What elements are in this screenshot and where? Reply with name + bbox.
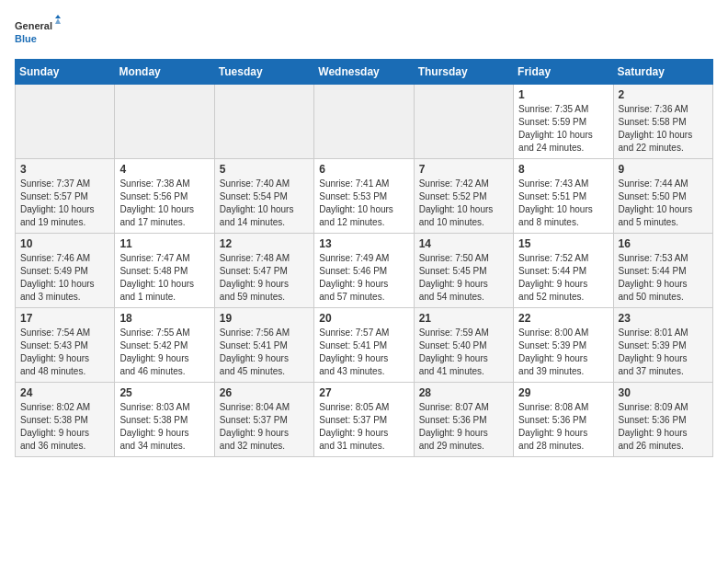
day-info: Sunrise: 7:35 AM Sunset: 5:59 PM Dayligh… (518, 103, 608, 155)
logo-svg: General Blue (15, 15, 61, 52)
day-number: 29 (518, 386, 608, 399)
day-info: Sunrise: 7:37 AM Sunset: 5:57 PM Dayligh… (20, 178, 109, 229)
calendar-cell (414, 85, 513, 159)
calendar-cell: 10Sunrise: 7:46 AM Sunset: 5:49 PM Dayli… (16, 234, 115, 308)
day-info: Sunrise: 8:04 AM Sunset: 5:37 PM Dayligh… (220, 401, 309, 453)
calendar-week-row: 10Sunrise: 7:46 AM Sunset: 5:49 PM Dayli… (16, 234, 713, 308)
day-number: 30 (619, 386, 708, 399)
calendar-cell: 9Sunrise: 7:44 AM Sunset: 5:50 PM Daylig… (613, 159, 712, 234)
day-info: Sunrise: 8:02 AM Sunset: 5:38 PM Dayligh… (20, 401, 109, 453)
day-number: 18 (119, 312, 209, 325)
calendar-cell: 25Sunrise: 8:03 AM Sunset: 5:38 PM Dayli… (115, 383, 214, 457)
day-number: 14 (419, 237, 508, 250)
calendar-week-row: 3Sunrise: 7:37 AM Sunset: 5:57 PM Daylig… (16, 159, 713, 234)
calendar-cell: 24Sunrise: 8:02 AM Sunset: 5:38 PM Dayli… (16, 383, 115, 457)
calendar-cell: 22Sunrise: 8:00 AM Sunset: 5:39 PM Dayli… (514, 308, 613, 383)
weekday-header: Sunday (16, 60, 115, 85)
day-info: Sunrise: 7:36 AM Sunset: 5:58 PM Dayligh… (619, 103, 708, 155)
calendar-cell: 18Sunrise: 7:55 AM Sunset: 5:42 PM Dayli… (115, 308, 214, 383)
day-number: 11 (119, 237, 209, 250)
day-number: 27 (319, 386, 408, 399)
day-number: 4 (119, 163, 209, 176)
day-info: Sunrise: 7:56 AM Sunset: 5:41 PM Dayligh… (220, 327, 309, 378)
calendar-cell (314, 85, 414, 159)
calendar-cell: 26Sunrise: 8:04 AM Sunset: 5:37 PM Dayli… (214, 383, 313, 457)
day-info: Sunrise: 7:38 AM Sunset: 5:56 PM Dayligh… (119, 178, 209, 229)
svg-text:General: General (15, 20, 52, 31)
calendar-cell: 15Sunrise: 7:52 AM Sunset: 5:44 PM Dayli… (514, 234, 613, 308)
calendar-table: SundayMondayTuesdayWednesdayThursdayFrid… (15, 59, 713, 457)
calendar-cell: 6Sunrise: 7:41 AM Sunset: 5:53 PM Daylig… (314, 159, 414, 234)
day-info: Sunrise: 7:43 AM Sunset: 5:51 PM Dayligh… (518, 178, 608, 229)
day-info: Sunrise: 8:01 AM Sunset: 5:39 PM Dayligh… (619, 327, 708, 378)
day-info: Sunrise: 8:07 AM Sunset: 5:36 PM Dayligh… (419, 401, 508, 453)
calendar-cell: 19Sunrise: 7:56 AM Sunset: 5:41 PM Dayli… (214, 308, 313, 383)
calendar-cell: 21Sunrise: 7:59 AM Sunset: 5:40 PM Dayli… (414, 308, 513, 383)
day-info: Sunrise: 7:57 AM Sunset: 5:41 PM Dayligh… (319, 327, 408, 378)
calendar-cell: 7Sunrise: 7:42 AM Sunset: 5:52 PM Daylig… (414, 159, 513, 234)
day-info: Sunrise: 8:09 AM Sunset: 5:36 PM Dayligh… (619, 401, 708, 453)
day-number: 1 (518, 88, 608, 101)
weekday-header: Tuesday (214, 60, 313, 85)
calendar-cell: 23Sunrise: 8:01 AM Sunset: 5:39 PM Dayli… (613, 308, 712, 383)
day-info: Sunrise: 8:00 AM Sunset: 5:39 PM Dayligh… (518, 327, 608, 378)
calendar-cell: 3Sunrise: 7:37 AM Sunset: 5:57 PM Daylig… (16, 159, 115, 234)
calendar-cell: 8Sunrise: 7:43 AM Sunset: 5:51 PM Daylig… (514, 159, 613, 234)
day-info: Sunrise: 7:52 AM Sunset: 5:44 PM Dayligh… (518, 252, 608, 304)
day-info: Sunrise: 7:41 AM Sunset: 5:53 PM Dayligh… (319, 178, 408, 229)
calendar-cell: 13Sunrise: 7:49 AM Sunset: 5:46 PM Dayli… (314, 234, 414, 308)
calendar-cell: 29Sunrise: 8:08 AM Sunset: 5:36 PM Dayli… (514, 383, 613, 457)
calendar-cell: 2Sunrise: 7:36 AM Sunset: 5:58 PM Daylig… (613, 85, 712, 159)
day-number: 9 (619, 163, 708, 176)
svg-text:Blue: Blue (15, 33, 37, 44)
calendar-cell: 27Sunrise: 8:05 AM Sunset: 5:37 PM Dayli… (314, 383, 414, 457)
calendar-cell (16, 85, 115, 159)
day-number: 23 (619, 312, 708, 325)
calendar-cell: 1Sunrise: 7:35 AM Sunset: 5:59 PM Daylig… (514, 85, 613, 159)
weekday-header: Wednesday (314, 60, 414, 85)
day-number: 7 (419, 163, 508, 176)
day-number: 25 (119, 386, 209, 399)
day-number: 17 (20, 312, 109, 325)
day-number: 15 (518, 237, 608, 250)
calendar-cell: 4Sunrise: 7:38 AM Sunset: 5:56 PM Daylig… (115, 159, 214, 234)
calendar-cell: 12Sunrise: 7:48 AM Sunset: 5:47 PM Dayli… (214, 234, 313, 308)
day-info: Sunrise: 8:03 AM Sunset: 5:38 PM Dayligh… (119, 401, 209, 453)
day-number: 6 (319, 163, 408, 176)
day-number: 19 (220, 312, 309, 325)
calendar-cell (214, 85, 313, 159)
svg-marker-2 (55, 15, 61, 18)
day-number: 2 (619, 88, 708, 101)
calendar-week-row: 24Sunrise: 8:02 AM Sunset: 5:38 PM Dayli… (16, 383, 713, 457)
calendar-cell: 14Sunrise: 7:50 AM Sunset: 5:45 PM Dayli… (414, 234, 513, 308)
day-number: 5 (220, 163, 309, 176)
day-info: Sunrise: 7:40 AM Sunset: 5:54 PM Dayligh… (220, 178, 309, 229)
day-info: Sunrise: 8:08 AM Sunset: 5:36 PM Dayligh… (518, 401, 608, 453)
calendar-week-row: 17Sunrise: 7:54 AM Sunset: 5:43 PM Dayli… (16, 308, 713, 383)
svg-marker-3 (55, 18, 61, 24)
day-info: Sunrise: 8:05 AM Sunset: 5:37 PM Dayligh… (319, 401, 408, 453)
day-info: Sunrise: 7:59 AM Sunset: 5:40 PM Dayligh… (419, 327, 508, 378)
day-info: Sunrise: 7:48 AM Sunset: 5:47 PM Dayligh… (220, 252, 309, 304)
day-number: 3 (20, 163, 109, 176)
calendar-cell: 11Sunrise: 7:47 AM Sunset: 5:48 PM Dayli… (115, 234, 214, 308)
calendar-cell: 16Sunrise: 7:53 AM Sunset: 5:44 PM Dayli… (613, 234, 712, 308)
day-number: 26 (220, 386, 309, 399)
day-number: 16 (619, 237, 708, 250)
day-info: Sunrise: 7:47 AM Sunset: 5:48 PM Dayligh… (119, 252, 209, 304)
day-info: Sunrise: 7:46 AM Sunset: 5:49 PM Dayligh… (20, 252, 109, 304)
day-number: 21 (419, 312, 508, 325)
day-number: 12 (220, 237, 309, 250)
day-info: Sunrise: 7:55 AM Sunset: 5:42 PM Dayligh… (119, 327, 209, 378)
calendar-cell (115, 85, 214, 159)
day-number: 22 (518, 312, 608, 325)
day-info: Sunrise: 7:49 AM Sunset: 5:46 PM Dayligh… (319, 252, 408, 304)
calendar-cell: 17Sunrise: 7:54 AM Sunset: 5:43 PM Dayli… (16, 308, 115, 383)
calendar-cell: 30Sunrise: 8:09 AM Sunset: 5:36 PM Dayli… (613, 383, 712, 457)
weekday-header: Thursday (414, 60, 513, 85)
day-number: 10 (20, 237, 109, 250)
logo: General Blue (15, 15, 61, 52)
header-row: SundayMondayTuesdayWednesdayThursdayFrid… (16, 60, 713, 85)
day-number: 24 (20, 386, 109, 399)
day-info: Sunrise: 7:54 AM Sunset: 5:43 PM Dayligh… (20, 327, 109, 378)
